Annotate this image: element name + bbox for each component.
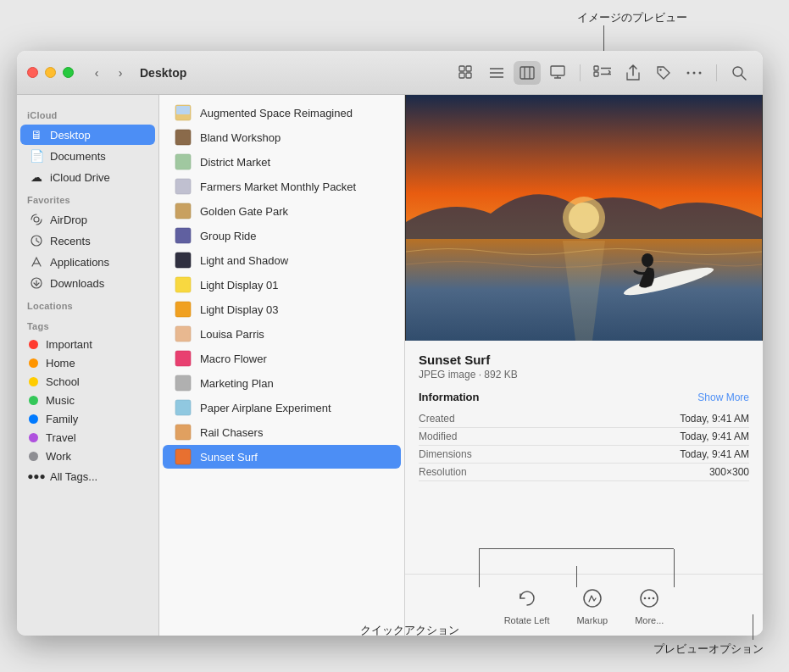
svg-rect-1 (466, 66, 471, 71)
search-button[interactable] (725, 61, 753, 85)
svg-rect-2 (459, 73, 464, 78)
sidebar-label-tag-work: Work (46, 450, 71, 463)
sidebar-item-downloads[interactable]: Downloads (20, 273, 155, 293)
sidebar-item-recents[interactable]: Recents (20, 230, 155, 251)
preview-info: Sunset Surf JPEG image · 892 KB Informat… (405, 341, 763, 574)
sidebar-label-tag-school: School (46, 375, 80, 388)
file-item[interactable]: Group Ride (163, 224, 401, 247)
svg-rect-35 (175, 253, 191, 268)
svg-point-53 (648, 597, 651, 600)
recents-icon (29, 233, 44, 248)
group-button[interactable] (589, 61, 616, 85)
svg-point-49 (569, 203, 599, 233)
callout-preview-option: プレビューオプション (653, 641, 764, 657)
toolbar-divider-2 (716, 64, 717, 81)
tag-dot-family (29, 414, 38, 424)
sidebar-section-tags: Tags (17, 314, 158, 335)
file-item[interactable]: Farmers Market Monthly Packet (163, 175, 401, 198)
sidebar-item-applications[interactable]: Applications (20, 252, 155, 272)
file-item[interactable]: Bland Workshop (163, 125, 401, 149)
tag-dot-work (29, 452, 38, 461)
file-icon (173, 227, 193, 244)
file-item-selected[interactable]: Sunset Surf (163, 445, 401, 469)
close-button[interactable] (27, 67, 38, 78)
view-gallery-button[interactable] (544, 61, 571, 85)
file-name: Bland Workshop (200, 131, 281, 144)
sidebar-label-documents: Documents (50, 150, 106, 163)
info-label-created: Created (419, 410, 503, 428)
file-item[interactable]: Augmented Space Reimagined (163, 101, 401, 125)
sidebar-item-tag-school[interactable]: School (20, 373, 155, 391)
file-item[interactable]: Paper Airplane Experiment (163, 396, 401, 419)
more-actions-icon (636, 585, 663, 612)
preview-image-area (405, 95, 763, 341)
info-header: Information Show More (419, 391, 749, 403)
file-item[interactable]: Louisa Parris (163, 322, 401, 346)
sidebar-item-all-tags[interactable]: ●●● All Tags... (20, 466, 155, 486)
sidebar-label-tag-family: Family (46, 413, 78, 425)
tag-dot-home (29, 358, 38, 368)
view-list-button[interactable] (483, 61, 510, 85)
sidebar-item-documents[interactable]: 📄 Documents (20, 146, 155, 166)
sidebar-item-icloud-drive[interactable]: ☁ iCloud Drive (20, 167, 155, 187)
forward-button[interactable]: › (111, 64, 130, 82)
sidebar-item-tag-travel[interactable]: Travel (20, 429, 155, 447)
downloads-icon (29, 275, 44, 291)
more-button[interactable] (681, 61, 708, 85)
file-item[interactable]: Light Display 03 (163, 297, 401, 321)
more-actions-button[interactable]: More... (635, 585, 664, 625)
bracket-top-line (479, 548, 674, 549)
show-more-button[interactable]: Show More (697, 392, 749, 403)
file-name: Light Display 01 (200, 279, 279, 292)
sidebar-item-tag-family[interactable]: Family (20, 410, 155, 428)
tag-button[interactable] (650, 61, 677, 85)
svg-rect-42 (175, 425, 191, 440)
svg-rect-0 (459, 66, 464, 71)
minimize-button[interactable] (45, 67, 56, 78)
view-columns-button[interactable] (514, 61, 541, 85)
file-icon (173, 424, 193, 441)
sidebar-item-tag-music[interactable]: Music (20, 392, 155, 409)
file-name: Macro Flower (200, 353, 267, 365)
sidebar-item-tag-important[interactable]: Important (20, 336, 155, 353)
file-list: Augmented Space Reimagined Bland Worksho… (159, 95, 405, 636)
file-icon (173, 350, 193, 367)
sidebar-item-desktop[interactable]: 🖥 Desktop (20, 125, 155, 145)
sidebar-section-favorites: Favorites (17, 188, 158, 208)
annotation-area: イメージのプレビュー ‹ › Desktop (0, 0, 789, 672)
file-icon (173, 203, 193, 219)
file-item[interactable]: Rail Chasers (163, 420, 401, 444)
sidebar-label-icloud-drive: iCloud Drive (50, 171, 110, 184)
file-name: Light Display 03 (200, 303, 279, 316)
sidebar-label-all-tags: All Tags... (50, 470, 97, 483)
file-item[interactable]: District Market (163, 150, 401, 174)
sidebar-item-airdrop[interactable]: AirDrop (20, 209, 155, 230)
sidebar-item-tag-work[interactable]: Work (20, 447, 155, 465)
share-button[interactable] (620, 61, 647, 85)
file-name-selected: Sunset Surf (200, 451, 258, 464)
info-value-dimensions: Today, 9:41 AM (503, 446, 749, 464)
maximize-button[interactable] (63, 67, 74, 78)
rotate-left-button[interactable]: Rotate Left (504, 585, 550, 625)
back-button[interactable]: ‹ (87, 64, 106, 82)
file-name: District Market (200, 156, 270, 169)
table-row: Dimensions Today, 9:41 AM (419, 446, 749, 464)
info-label-resolution: Resolution (419, 464, 503, 481)
info-label-modified: Modified (419, 428, 503, 446)
file-item[interactable]: Macro Flower (163, 347, 401, 370)
table-row: Modified Today, 9:41 AM (419, 428, 749, 446)
rotate-left-icon (514, 585, 541, 612)
file-item[interactable]: Light Display 01 (163, 273, 401, 297)
svg-rect-10 (551, 66, 564, 75)
sidebar-section-icloud: iCloud (17, 103, 158, 124)
sidebar-label-recents: Recents (50, 235, 91, 247)
file-icon (173, 252, 193, 269)
file-item[interactable]: Golden Gate Park (163, 199, 401, 223)
file-item[interactable]: Marketing Plan (163, 371, 401, 395)
sidebar-item-tag-home[interactable]: Home (20, 354, 155, 372)
view-grid-button[interactable] (453, 61, 480, 85)
svg-rect-38 (175, 326, 191, 342)
markup-button[interactable]: Markup (576, 585, 608, 625)
file-item[interactable]: Light and Shadow (163, 248, 401, 272)
file-name: Light and Shadow (200, 254, 288, 267)
